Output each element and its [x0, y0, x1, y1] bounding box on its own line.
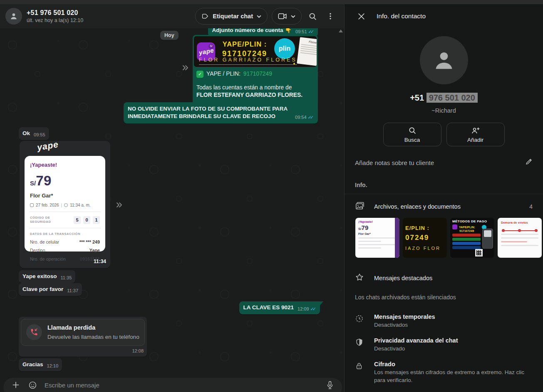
attach-plus-button[interactable] [11, 380, 21, 390]
message-time: 09:55 [34, 132, 45, 138]
phone-number-selected: 976 501 020 [426, 93, 478, 103]
receipt-currency: S/ [30, 180, 36, 187]
security-code-label: CÓDIGO DE SEGURIDAD [30, 216, 71, 224]
message-text: NO OLVIDE ENVIAR LA FOTO DE SU COMPROBAN… [128, 106, 288, 119]
contact-info-panel: Info. del contacto +51 976 501 020 ~Rich… [344, 4, 543, 392]
transaction-data-label: DATOS DE LA TRANSACCIÓN [30, 232, 100, 236]
starred-label: Mensajes destacados [374, 275, 533, 281]
message-time: 11:37 [67, 288, 78, 294]
tag-chat-label: Etiquetar chat [213, 13, 253, 20]
message-time: 12:10 [47, 363, 59, 369]
plin-logo: plin [274, 38, 295, 59]
message-list: Adjunto número de cuenta 👇 09:51✓✓ Hoy S… [0, 28, 344, 392]
row-value: Yape [45, 247, 100, 254]
read-receipt-icon: ✓✓ [308, 29, 314, 35]
scrollbar-up-arrow[interactable] [339, 30, 343, 32]
row-value: *** *** 249 [59, 239, 100, 245]
missed-call-icon [26, 324, 42, 340]
caption-number: 917107249 [243, 70, 272, 78]
add-button-label: Añadir [467, 137, 483, 143]
chat-header: +51 976 501 020 últ. vez hoy a la(s) 12:… [0, 4, 344, 28]
encryption-row[interactable]: Cifrado Los mensajes están cifrados de e… [345, 357, 543, 388]
close-icon [357, 12, 365, 20]
media-thumbnail-shipping-doc[interactable]: Demora de envíos [498, 218, 542, 258]
timer-icon [355, 314, 374, 325]
menu-button[interactable] [324, 10, 337, 23]
calendar-icon [30, 203, 34, 207]
media-thumbnails: ¡Yapeaste! S/79 Flor Gar* E/PLIN : 07249… [345, 214, 543, 258]
shield-icon [355, 338, 374, 348]
panel-body: +51 976 501 020 ~Richard Busca Añadir Añ [345, 28, 543, 392]
search-chat-button[interactable] [306, 10, 320, 23]
media-icon [355, 201, 374, 212]
row-subtitle: Desactivados [374, 321, 435, 329]
add-contact-button[interactable]: Añadir [446, 123, 505, 146]
media-label: Archivos, enlaces y documentos [374, 203, 529, 210]
message-text: Yape exitoso [22, 273, 57, 280]
search-messages-button[interactable]: Busca [383, 123, 441, 146]
chat-settings-list: Mensajes temporales Desactivados Privaci… [345, 309, 543, 388]
starred-messages-row[interactable]: Mensajes destacados [345, 267, 543, 289]
panel-title: Info. del contacto [377, 12, 426, 20]
message-time: 11:35 [61, 275, 72, 281]
phone-prefix: +51 [410, 93, 424, 102]
media-count: 4 [529, 203, 533, 210]
message-bubble-out: LA CLAVE ES 9021 12:09✓✓ [239, 301, 320, 314]
person-icon [9, 12, 18, 21]
date-divider: Hoy [160, 31, 179, 40]
contact-avatar-large[interactable] [420, 36, 468, 84]
emoji-button[interactable] [27, 380, 38, 390]
video-call-button[interactable] [272, 8, 302, 25]
message-bubble-in: Gracias 12:10 [19, 358, 62, 371]
tag-chat-button[interactable]: Etiquetar chat [195, 8, 268, 25]
missed-call-card[interactable]: Llamada perdida Devuelve las llamadas en… [21, 319, 145, 346]
banner-title: YAPE/PLIN : [215, 39, 274, 49]
last-seen-status: últ. vez hoy a la(s) 12:10 [27, 17, 191, 23]
pencil-icon[interactable] [525, 158, 533, 167]
media-links-docs-row[interactable]: Archivos, enlaces y documentos 4 [345, 194, 543, 214]
row-subtitle: Desactivado [374, 345, 458, 353]
message-text: Ok [22, 130, 30, 137]
person-add-icon [471, 126, 480, 135]
composer-bar [3, 378, 342, 392]
yape-plin-banner-image[interactable]: S/ yape YAPE/PLIN : 917107249 plin Floow… [194, 36, 317, 67]
chat-panel: +51 976 501 020 últ. vez hoy a la(s) 12:… [0, 4, 344, 392]
disappearing-messages-row[interactable]: Mensajes temporales Desactivados [345, 309, 543, 333]
plus-icon [12, 381, 20, 389]
media-thumbnail-yape-receipt[interactable]: ¡Yapeaste! S/79 Flor Gar* [355, 218, 399, 258]
close-panel-button[interactable] [355, 10, 368, 23]
message-text: Gracias [22, 361, 43, 368]
advanced-privacy-row[interactable]: Privacidad avanzada del chat Desactivado [345, 333, 543, 357]
banner-holder-name: FLOR GARRIAZO FLORES [199, 57, 297, 65]
info-section-label: Info. [345, 182, 543, 188]
message-time: 12:09 [298, 306, 309, 312]
yape-receipt-image[interactable]: yape ¡Yapeaste! S/79 Flor Gar* 27 feb. 2… [20, 141, 110, 268]
chat-header-actions: Etiquetar chat [195, 8, 337, 25]
window-titlebar [0, 0, 543, 4]
media-thumbnail-payment-methods[interactable]: MÉTODOS DE PAGO YAPE/PLIN: 917107249 [450, 218, 494, 258]
read-receipt-icon: ✓✓ [308, 114, 314, 121]
message-time: 11:34 [94, 258, 106, 265]
security-code-digit: 5 [74, 216, 81, 224]
forward-icon[interactable] [115, 202, 124, 210]
receipt-amount: 79 [36, 173, 52, 188]
client-notes-row[interactable]: Añade notas sobre tu cliente [345, 158, 543, 167]
voice-message-button[interactable] [325, 380, 335, 390]
receipt-payee: Flor Gar* [30, 192, 100, 200]
row-title: Mensajes temporales [374, 313, 435, 320]
security-code-digit: 0 [83, 216, 90, 224]
person-icon [431, 47, 457, 73]
media-thumbnail-yape-plin-banner[interactable]: E/PLIN : 07249 IAZO FLOR [403, 218, 447, 258]
forward-icon[interactable] [181, 64, 190, 73]
chevron-down-icon [257, 15, 261, 18]
message-input[interactable] [45, 382, 319, 389]
contact-avatar[interactable] [5, 8, 22, 25]
caption-line2: Todas las cuentas están a nombre de [196, 84, 314, 92]
contact-phone: +51 976 501 020 [345, 93, 543, 103]
main-layout: +51 976 501 020 últ. vez hoy a la(s) 12:… [0, 4, 543, 392]
receipt-hour: 11:34 a. m. [70, 202, 90, 208]
contact-name: +51 976 501 020 [27, 9, 191, 17]
chat-header-info[interactable]: +51 976 501 020 últ. vez hoy a la(s) 12:… [27, 9, 191, 23]
message-text: Clave por favor [22, 286, 63, 293]
receipt-date: 27 feb. 2026 [36, 202, 59, 208]
